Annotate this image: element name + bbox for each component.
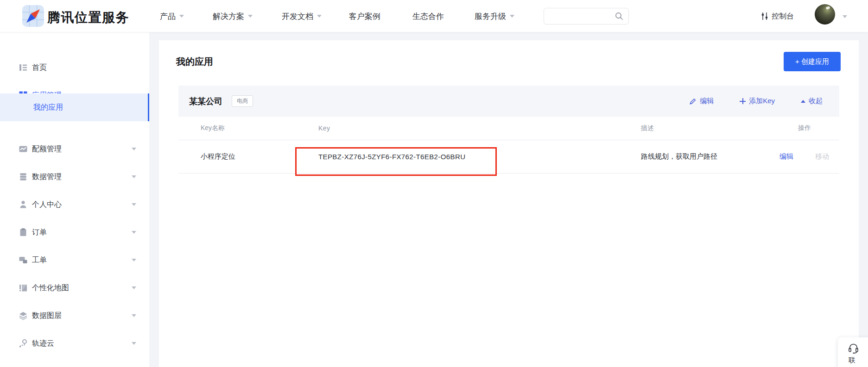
top-header: 腾讯位置服务 产品 解决方案 开发文档 客户案例 生态合作 服务升级 xyxy=(0,0,868,32)
chevron-down-icon xyxy=(132,231,136,234)
sliders-icon xyxy=(760,12,769,21)
sidebar-item-work-orders[interactable]: 工单 xyxy=(0,246,149,274)
chevron-down-icon xyxy=(132,175,136,178)
sidebar-item-home[interactable]: 首页 xyxy=(0,54,149,81)
nav-label: 产品 xyxy=(160,11,176,22)
nav-label: 解决方案 xyxy=(213,11,244,22)
chevron-down-icon xyxy=(317,15,322,18)
sidebar-item-track-cloud[interactable]: 轨迹云 xyxy=(0,330,149,357)
column-header-key-name: Key名称 xyxy=(201,117,225,140)
nav-item-solutions[interactable]: 解决方案 xyxy=(213,0,253,32)
search-box[interactable] xyxy=(544,8,629,25)
sidebar-label: 我的应用 xyxy=(33,103,63,112)
column-header-key: Key xyxy=(318,117,330,140)
sidebar-item-orders[interactable]: 订单 xyxy=(0,218,149,246)
sidebar-label: 个人中心 xyxy=(32,200,62,210)
sidebar-item-my-apps[interactable]: 我的应用 xyxy=(0,93,149,121)
add-key-button[interactable]: 添加Key xyxy=(740,97,775,106)
chevron-down-icon xyxy=(132,342,136,345)
custom-map-icon xyxy=(19,283,28,292)
search-input[interactable] xyxy=(549,8,614,24)
nav-item-ecosystem[interactable]: 生态合作 xyxy=(412,0,444,32)
search-icon[interactable] xyxy=(615,12,624,23)
app-section-header: 某某公司 电商 编辑 添加Key 收起 xyxy=(178,86,839,117)
chevron-down-icon xyxy=(132,203,136,206)
annotation-red-box xyxy=(295,147,497,176)
sidebar-item-custom-map[interactable]: 个性化地图 xyxy=(0,274,149,302)
nav-item-dev-docs[interactable]: 开发文档 xyxy=(282,0,322,32)
collapse-button[interactable]: 收起 xyxy=(801,97,823,106)
headset-icon xyxy=(847,342,860,355)
sidebar-item-data-management[interactable]: 数据管理 xyxy=(0,163,149,191)
database-icon xyxy=(19,172,28,181)
sidebar-label: 配额管理 xyxy=(32,144,62,154)
clipboard-icon xyxy=(19,228,28,237)
nav-label: 客户案例 xyxy=(349,11,380,22)
chevron-down-icon xyxy=(510,15,514,18)
sidebar: 首页 应用管理 我的应用 配额管理 xyxy=(0,32,149,367)
edit-app-button[interactable]: 编辑 xyxy=(689,97,714,106)
sidebar-label: 个性化地图 xyxy=(32,283,69,293)
contact-label: 联 xyxy=(849,356,855,365)
sidebar-label: 订单 xyxy=(32,228,47,237)
chat-bubbles-icon xyxy=(19,255,28,265)
chevron-down-icon xyxy=(179,15,184,18)
chevron-down-icon xyxy=(132,286,136,289)
sidebar-label: 数据图层 xyxy=(32,311,62,321)
tencent-lbs-console: 腾讯位置服务 产品 解决方案 开发文档 客户案例 生态合作 服务升级 xyxy=(0,0,868,367)
nav-label: 生态合作 xyxy=(412,11,444,22)
column-header-description: 描述 xyxy=(641,117,654,140)
nav-label: 开发文档 xyxy=(282,11,313,22)
create-app-button[interactable]: + 创建应用 xyxy=(784,52,841,71)
cell-key-name: 小程序定位 xyxy=(201,140,235,173)
console-label: 控制台 xyxy=(772,12,794,21)
move-key-link[interactable]: 移动 xyxy=(815,152,829,161)
sidebar-label: 工单 xyxy=(32,255,47,265)
contact-widget[interactable]: 联 xyxy=(838,337,868,367)
nav-item-service-upgrade[interactable]: 服务升级 xyxy=(475,0,514,32)
sidebar-item-quota-management[interactable]: 配额管理 xyxy=(0,135,149,163)
chevron-down-icon xyxy=(132,314,136,317)
sidebar-label: 数据管理 xyxy=(32,172,62,182)
brand-name[interactable]: 腾讯位置服务 xyxy=(47,9,129,26)
chevron-up-icon xyxy=(801,100,805,103)
sidebar-item-data-layers[interactable]: 数据图层 xyxy=(0,302,149,330)
track-pin-icon xyxy=(19,339,28,348)
cell-description: 路线规划，获取用户路径 xyxy=(641,140,717,173)
page-title: 我的应用 xyxy=(176,56,213,68)
cell-actions: 编辑 移动 xyxy=(779,140,829,173)
app-actions: 编辑 添加Key 收起 xyxy=(689,86,823,117)
console-link[interactable]: 控制台 xyxy=(760,0,794,32)
pencil-icon xyxy=(689,98,697,105)
chevron-down-icon xyxy=(248,15,253,18)
brand-logo-icon[interactable] xyxy=(22,5,44,27)
app-name: 某某公司 xyxy=(189,96,222,107)
nav-item-products[interactable]: 产品 xyxy=(160,0,184,32)
table-row: 小程序定位 TEPBZ-XZ76J-5ZYF6-FX762-T6EB2-O6BR… xyxy=(178,140,839,174)
chevron-down-icon xyxy=(132,259,136,261)
layers-icon xyxy=(19,311,28,320)
table-header-row: Key名称 Key 描述 操作 xyxy=(178,117,839,140)
keys-table: Key名称 Key 描述 操作 小程序定位 TEPBZ-XZ76J-5ZYF6-… xyxy=(178,117,839,174)
avatar-chevron-down-icon[interactable] xyxy=(843,15,847,18)
chevron-down-icon xyxy=(132,148,136,150)
quota-chart-icon xyxy=(19,144,28,154)
sidebar-item-personal-center[interactable]: 个人中心 xyxy=(0,191,149,218)
app-category-tag: 电商 xyxy=(232,95,253,107)
sidebar-label: 轨迹云 xyxy=(32,339,54,348)
nav-item-customer-cases[interactable]: 客户案例 xyxy=(349,0,380,32)
nav-label: 服务升级 xyxy=(475,11,506,22)
plus-icon xyxy=(740,98,746,104)
avatar[interactable] xyxy=(815,4,835,25)
home-list-icon xyxy=(19,63,28,72)
column-header-operation: 操作 xyxy=(798,117,811,140)
user-icon xyxy=(19,200,28,209)
sidebar-label: 首页 xyxy=(32,63,47,73)
edit-key-link[interactable]: 编辑 xyxy=(779,152,793,161)
content-card: 我的应用 + 创建应用 某某公司 电商 编辑 添加Key xyxy=(159,40,859,367)
